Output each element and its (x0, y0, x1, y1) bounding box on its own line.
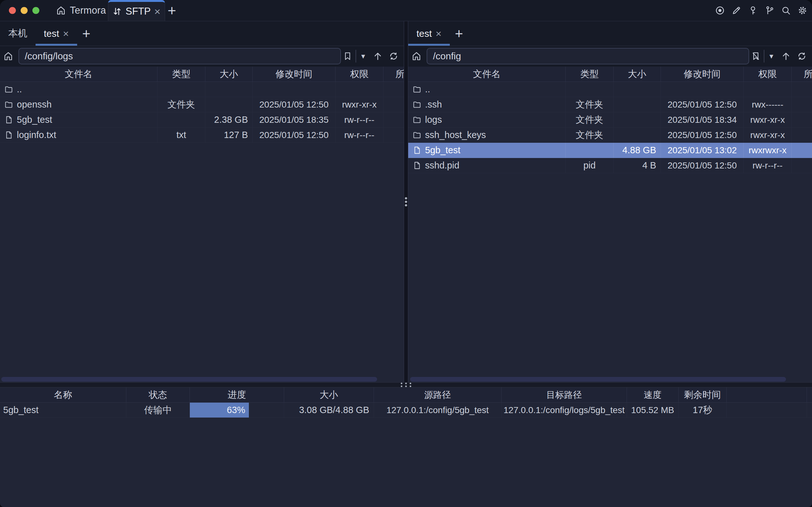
column-header-extra (726, 387, 807, 402)
pane-splitter-vertical[interactable] (404, 21, 408, 382)
new-session-tab-button-left[interactable]: + (82, 21, 91, 46)
cell-type (157, 112, 205, 127)
file-row-logs[interactable]: logs 文件夹 2025/01/05 18:34 rwxr-xr-x (408, 112, 812, 127)
file-row-5gb-test[interactable]: 5gb_test 2.38 GB 2025/01/05 18:35 rw-r--… (0, 112, 404, 127)
bookmark-dropdown-caret-icon[interactable]: ▾ (359, 52, 367, 61)
cell-mtime: 2025/01/05 12:50 (661, 127, 744, 143)
cell-perm: rwxr-xr-x (335, 97, 383, 112)
left-table-header: 文件名 类型 大小 修改时间 权限 所有者 (0, 67, 404, 82)
cell-type (566, 143, 613, 158)
cell-filename: logs (408, 112, 566, 127)
file-row-parent-dir[interactable]: .. (0, 82, 404, 97)
file-row-loginfo[interactable]: loginfo.txt txt 127 B 2025/01/05 12:50 r… (0, 127, 404, 143)
local-file-pane: 本机 test × + ▾ (0, 21, 404, 382)
column-header-name: 名称 (0, 387, 126, 402)
filename-text: sshd.pid (425, 160, 459, 171)
cell-transfer-target: 127.0.0.1:/config/logs/5gb_test (501, 403, 627, 417)
file-row-5gb-test-selected[interactable]: 5gb_test 4.88 GB 2025/01/05 13:02 rwxrwx… (408, 143, 812, 158)
cell-type: 文件夹 (157, 97, 205, 112)
cell-transfer-progress: 63% (190, 403, 284, 417)
close-sftp-tab-button[interactable]: × (154, 6, 161, 17)
bookmark-icon[interactable] (343, 51, 353, 61)
divider (764, 50, 764, 62)
cell-perm: rw-r--r-- (335, 112, 383, 127)
file-row-ssh-host-keys[interactable]: ssh_host_keys 文件夹 2025/01/05 12:50 rwxr-… (408, 127, 812, 143)
column-header-type[interactable]: 类型 (157, 67, 205, 81)
filename-text: 5gb_test (425, 145, 460, 156)
new-main-tab-button[interactable]: + (168, 0, 176, 21)
column-header-mtime[interactable]: 修改时间 (661, 67, 744, 81)
up-directory-icon[interactable] (373, 51, 383, 61)
home-icon (56, 5, 66, 15)
bookmark-dropdown-caret-icon[interactable]: ▾ (767, 52, 775, 61)
right-horizontal-scrollbar[interactable] (410, 377, 786, 382)
key-icon[interactable] (748, 5, 758, 15)
tab-local-machine[interactable]: 本机 (0, 21, 36, 46)
cell-mtime: 2025/01/05 13:02 (661, 143, 744, 158)
transfer-row-5gb-test[interactable]: 5gb_test 传输中 63% 3.08 GB/4.88 GB 127.0.0… (0, 403, 812, 418)
cell-type (157, 82, 205, 97)
search-icon[interactable] (781, 5, 791, 15)
filename-text: openssh (17, 99, 52, 110)
column-header-mtime[interactable]: 修改时间 (253, 67, 335, 81)
record-icon[interactable] (715, 5, 725, 15)
file-icon (413, 146, 421, 155)
keychain-branch-icon[interactable] (764, 5, 774, 15)
tab-session-test-right[interactable]: test × (408, 21, 450, 46)
cell-filename: .. (0, 82, 157, 97)
filename-text: .. (425, 84, 430, 95)
tab-local-label: 本机 (8, 27, 27, 40)
left-file-table: 文件名 类型 大小 修改时间 权限 所有者 .. (0, 67, 404, 382)
home-directory-icon[interactable] (3, 51, 13, 61)
column-header-size[interactable]: 大小 (205, 67, 253, 81)
remote-file-pane: test × + ▾ 文件名 类型 (408, 21, 812, 382)
tab-sftp[interactable]: SFTP × (108, 0, 165, 21)
transfer-panel: 名称 状态 进度 大小 源路径 目标路径 速度 剩余时间 5gb_test 传输… (0, 387, 812, 507)
column-header-owner[interactable]: 所有者 (792, 67, 812, 81)
close-session-tab-button[interactable]: × (63, 29, 69, 39)
column-header-type[interactable]: 类型 (566, 67, 613, 81)
column-header-filename[interactable]: 文件名 (0, 67, 157, 81)
cell-size (613, 82, 661, 97)
refresh-icon[interactable] (388, 51, 399, 61)
column-header-perm[interactable]: 权限 (744, 67, 792, 81)
right-pane-tabs: test × + (408, 21, 812, 46)
settings-gear-icon[interactable] (797, 5, 808, 15)
column-header-filename[interactable]: 文件名 (408, 67, 566, 81)
left-horizontal-scrollbar[interactable] (1, 377, 377, 382)
maximize-window-button[interactable] (33, 7, 39, 14)
cell-size (205, 97, 253, 112)
close-window-button[interactable] (9, 7, 16, 14)
left-path-input[interactable] (18, 48, 341, 64)
bookmark-slash-icon[interactable] (751, 51, 761, 61)
tab-home-termora[interactable]: Termora (56, 0, 106, 21)
tab-session-test-left[interactable]: test × (36, 21, 77, 46)
column-header-owner[interactable]: 所有者 (383, 67, 404, 81)
left-pathbar: ▾ (0, 46, 404, 67)
transfer-panel-splitter[interactable] (0, 382, 812, 387)
refresh-icon[interactable] (797, 51, 807, 61)
cell-perm: rw-r--r-- (335, 127, 383, 143)
file-row-parent-dir[interactable]: .. (408, 82, 812, 97)
column-header-perm[interactable]: 权限 (335, 67, 383, 81)
cell-filename: loginfo.txt (0, 127, 157, 143)
up-directory-icon[interactable] (781, 51, 791, 61)
minimize-window-button[interactable] (21, 7, 28, 14)
file-row-ssh[interactable]: .ssh 文件夹 2025/01/05 12:50 rwx------ (408, 97, 812, 112)
file-row-sshd-pid[interactable]: sshd.pid pid 4 B 2025/01/05 12:50 rw-r--… (408, 158, 812, 173)
column-header-size[interactable]: 大小 (613, 67, 661, 81)
cell-type: pid (566, 158, 613, 173)
file-row-openssh[interactable]: openssh 文件夹 2025/01/05 12:50 rwxr-xr-x (0, 97, 404, 112)
cell-transfer-source: 127.0.0.1:/config/5gb_test (374, 403, 501, 417)
close-session-tab-button[interactable]: × (436, 29, 442, 39)
home-directory-icon[interactable] (412, 51, 422, 61)
filename-text: ssh_host_keys (425, 130, 486, 140)
cell-perm: rwxr-xr-x (744, 127, 792, 143)
cell-perm: rwxr-xr-x (744, 112, 792, 127)
edit-pencil-icon[interactable] (732, 5, 742, 15)
right-path-input[interactable] (427, 48, 749, 64)
cell-perm (335, 82, 383, 97)
cell-transfer-speed: 105.52 MB (627, 403, 679, 417)
new-session-tab-button-right[interactable]: + (455, 21, 463, 46)
cell-transfer-fill (807, 403, 812, 417)
